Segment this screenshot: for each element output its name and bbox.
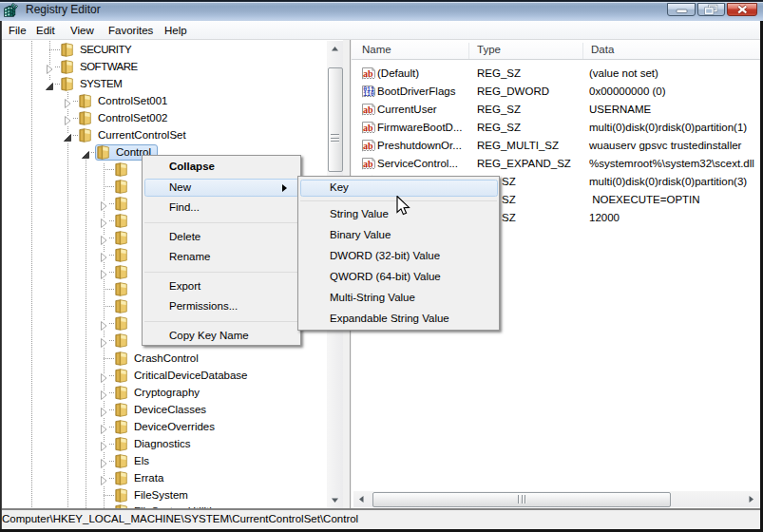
svg-text:ab: ab [363, 104, 373, 115]
svg-text:ab: ab [363, 159, 373, 169]
svg-text:ab: ab [363, 123, 373, 133]
svg-text:ab: ab [363, 68, 373, 79]
svg-text:ab: ab [363, 141, 373, 151]
svg-text:110: 110 [363, 91, 374, 98]
